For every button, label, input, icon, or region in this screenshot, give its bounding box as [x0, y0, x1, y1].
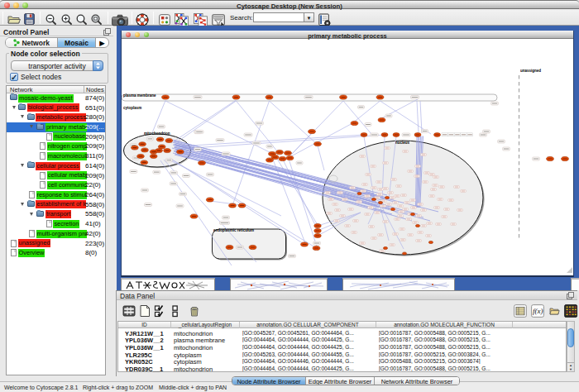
svg-text:f(x): f(x) [533, 307, 543, 315]
